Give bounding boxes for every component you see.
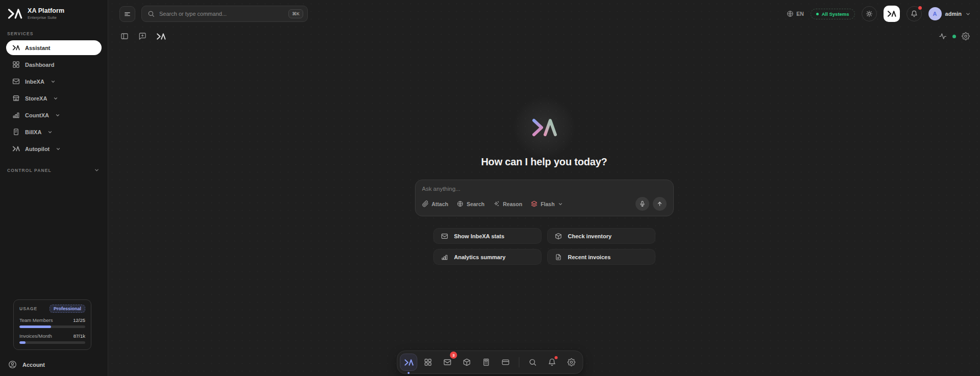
team-members-progress [19,325,85,328]
progress-fill [19,341,26,344]
usage-panel: USAGE Professional Team Members 12/25 In… [13,299,91,350]
grid-icon [424,358,432,366]
theme-toggle-button[interactable] [862,6,877,21]
mail-icon [444,358,452,366]
status-label: All Systems [822,11,849,17]
logo-glow [512,96,576,159]
suggestion-label: Recent invoices [568,254,611,260]
menu-toggle-button[interactable] [119,6,135,22]
dock-inventory[interactable] [458,354,476,371]
grid-icon [12,61,20,68]
online-status-dot [952,35,956,38]
sidebar: XA Platform Enterprise Suite SERVICES As… [0,0,108,376]
model-label: Flash [541,201,554,207]
reason-button[interactable]: Reason [493,200,522,207]
activity-button[interactable] [939,32,947,40]
xa-gradient-logo-icon [531,117,557,138]
account-button[interactable]: Account [6,357,102,371]
dock-notifications[interactable] [544,354,561,371]
new-chat-button[interactable] [138,32,146,40]
dock-calculator[interactable] [478,354,495,371]
status-green-dot [816,13,819,15]
mail-badge: 3 [450,352,457,359]
control-panel-label: CONTROL PANEL [7,168,52,173]
suggestion-check-inventory[interactable]: Check inventory [547,228,655,244]
notifications-button[interactable] [906,6,922,21]
notification-dot [918,6,922,10]
dock-mail[interactable]: 3 [439,354,456,371]
metric-label: Team Members [19,317,53,323]
metric-value: 12/25 [73,317,85,323]
credit-card-icon [502,358,510,366]
panel-toggle-button[interactable] [120,32,129,40]
calculator-icon [482,358,491,366]
sidebar-item-label: StoreXA [25,95,47,102]
bell-icon [911,10,918,17]
xa-quick-button[interactable] [884,6,900,22]
suggestion-inbexa-stats[interactable]: Show InbeXA stats [433,228,542,244]
dock-divider [519,357,520,367]
top-header: ⌘K EN All Systems A admin [108,0,980,28]
sidebar-item-label: BillXA [25,129,41,135]
prompt-input[interactable] [422,186,667,192]
gear-icon [962,32,970,40]
assistant-brand-button[interactable] [156,33,166,40]
language-selector[interactable]: EN [787,10,804,17]
chevron-down-icon [53,96,58,101]
sidebar-item-inbexa[interactable]: InbeXA [6,74,102,89]
suggestion-label: Analytics summary [454,254,506,260]
metric-value: 87/1k [74,333,85,339]
sparkles-icon [493,200,500,207]
assistant-toolbar [108,28,980,45]
bar-chart-icon [12,111,20,119]
dock-search[interactable] [524,354,542,371]
sidebar-item-billxa[interactable]: BillXA [6,124,102,139]
user-circle-icon [8,360,17,369]
assistant-settings-button[interactable] [962,32,970,40]
xa-logo-icon [404,359,413,366]
mail-icon [12,78,20,85]
chevron-down-icon [965,11,971,17]
bar-chart-icon [441,254,448,261]
dock-assistant[interactable] [400,354,418,371]
user-menu[interactable]: A admin [928,7,971,20]
search-input[interactable] [159,11,284,17]
paperclip-icon [422,200,429,207]
suggestion-analytics-summary[interactable]: Analytics summary [433,249,542,265]
panel-left-icon [120,32,129,40]
greeting-heading: How can I help you today? [481,156,607,168]
web-search-button[interactable]: Search [457,200,484,207]
sidebar-item-autopilot[interactable]: Autopilot [6,141,102,156]
package-icon [463,358,471,366]
arrow-up-icon [656,200,663,207]
sidebar-item-assistant[interactable]: Assistant [6,40,102,55]
dock-settings[interactable] [563,354,580,371]
control-panel-section[interactable]: CONTROL PANEL [6,163,102,177]
voice-input-button[interactable] [635,197,649,211]
xa-logo-icon [7,8,22,20]
keyboard-shortcut-badge: ⌘K [288,9,303,18]
file-icon [555,254,562,261]
chevron-down-icon [55,113,60,118]
suggestion-recent-invoices[interactable]: Recent invoices [547,249,655,265]
system-status-badge[interactable]: All Systems [811,9,855,19]
sidebar-item-dashboard[interactable]: Dashboard [6,57,102,72]
prompt-composer[interactable]: Attach Search Reason Flash [415,180,674,216]
dock-dashboard[interactable] [420,354,437,371]
sidebar-item-storexa[interactable]: StoreXA [6,91,102,106]
attach-button[interactable]: Attach [422,200,449,207]
command-search[interactable]: ⌘K [141,6,308,22]
microphone-icon [639,200,646,207]
assistant-hero: How can I help you today? Attach Search … [108,45,980,265]
dock-billing[interactable] [497,354,514,371]
chevron-down-icon [94,167,100,173]
invoices-progress [19,341,85,344]
sidebar-item-countxa[interactable]: CountXA [6,108,102,122]
services-section-label: SERVICES [6,27,102,40]
model-selector[interactable]: Flash [531,200,562,207]
send-button[interactable] [653,197,667,211]
chevron-down-icon [47,130,53,135]
gear-icon [568,358,576,366]
active-indicator-dot [408,372,410,374]
username: admin [945,11,962,17]
